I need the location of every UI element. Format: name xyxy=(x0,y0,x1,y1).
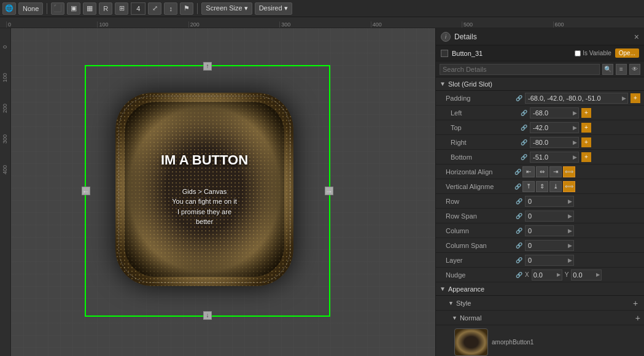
details-close-button[interactable]: × xyxy=(634,32,639,42)
row-link-icon[interactable]: 🔗 xyxy=(516,198,522,204)
column-span-link-icon[interactable]: 🔗 xyxy=(516,242,522,249)
round-square-icon-btn[interactable]: ▣ xyxy=(67,2,80,15)
right-link-icon[interactable]: 🔗 xyxy=(521,139,527,145)
nudge-row: Nudge 🔗 X 0.0 ▶ Y 0.0 ▶ xyxy=(436,268,644,282)
h-align-center-btn[interactable]: ⇔ xyxy=(536,166,548,177)
ruler-v-mark-100: 100 xyxy=(0,62,10,93)
v-align-center-btn[interactable]: ⇕ xyxy=(536,181,548,192)
row-value[interactable]: 0 ▶ xyxy=(525,196,574,207)
grid-icon-btn[interactable]: ▦ xyxy=(83,2,96,15)
button-graphic[interactable]: IM A BUTTON Gids > CanvasYou can fight m… xyxy=(115,93,293,286)
row-label: Row xyxy=(446,198,513,205)
appearance-section-title: Appearance xyxy=(448,285,484,293)
expand-icon-btn[interactable]: ⤢ xyxy=(148,2,161,15)
row-arrow-icon: ▶ xyxy=(568,198,572,204)
normal-arrow-icon: ▼ xyxy=(452,315,457,321)
handle-left[interactable]: ← xyxy=(82,187,90,195)
right-add-icon[interactable]: + xyxy=(581,137,591,147)
nudge-x-arrow-icon: ▶ xyxy=(557,272,561,277)
r-icon-btn[interactable]: R xyxy=(99,2,112,15)
appearance-section-header[interactable]: ▼ Appearance xyxy=(436,282,644,296)
handle-bottom[interactable]: ↓ xyxy=(203,311,212,320)
is-variable-checkbox[interactable] xyxy=(575,50,581,56)
v-align-link-icon[interactable]: 🔗 xyxy=(514,184,521,190)
ruler-horizontal: 0 100 200 300 400 500 600 xyxy=(0,17,644,28)
screen-size-btn[interactable]: Screen Size ▾ xyxy=(201,2,252,15)
panel-content[interactable]: ▼ Slot (Grid Slot) Padding 🔗 -68.0, -42.… xyxy=(436,77,644,356)
h-align-link-icon[interactable]: 🔗 xyxy=(514,169,521,175)
column-span-value[interactable]: 0 ▶ xyxy=(525,240,574,251)
column-value[interactable]: 0 ▶ xyxy=(525,225,574,236)
top-value[interactable]: -42.0 ▶ xyxy=(530,122,579,133)
left-link-icon[interactable]: 🔗 xyxy=(521,110,527,116)
padding-link-icon[interactable]: 🔗 xyxy=(516,95,522,101)
search-input[interactable] xyxy=(440,64,600,75)
nudge-x-value[interactable]: 0.0 ▶ xyxy=(532,269,562,281)
ruler-v-mark-0: 0 xyxy=(0,31,10,62)
v-align-top-btn[interactable]: ⤒ xyxy=(522,181,535,192)
dots-icon-btn[interactable]: ⊞ xyxy=(115,2,128,15)
style-sub-row[interactable]: ▼ Style + xyxy=(436,296,644,311)
top-row: Top 🔗 -42.0 ▶ + xyxy=(436,120,644,135)
padding-row: Padding 🔗 -68.0, -42.0, -80.0, -51.0 ▶ + xyxy=(436,91,644,106)
ruler-mark-500: 500 xyxy=(462,21,553,28)
top-label: Top xyxy=(451,124,518,131)
ruler-vertical: 0 100 200 300 400 xyxy=(0,28,11,356)
list-view-btn[interactable]: ≡ xyxy=(616,64,627,75)
v-align-bottom-btn[interactable]: ⤓ xyxy=(549,181,562,192)
left-add-icon[interactable]: + xyxy=(581,108,591,118)
bottom-value[interactable]: -51.0 ▶ xyxy=(530,152,579,163)
layer-link-icon[interactable]: 🔗 xyxy=(516,257,522,263)
h-align-fill-btn[interactable]: ⟺ xyxy=(563,166,575,177)
eye-icon-btn[interactable]: 👁 xyxy=(629,64,640,75)
canvas-button-wrapper[interactable]: ↑ ↓ ← → IM A BUTTON Gids > CanvasYou can… xyxy=(85,65,330,317)
nudge-y-arrow-icon: ▶ xyxy=(596,272,600,277)
v-align-fill-btn[interactable]: ⟺ xyxy=(563,181,575,192)
search-row: 🔍 ≡ 👁 xyxy=(436,61,644,77)
slot-section-header[interactable]: ▼ Slot (Grid Slot) xyxy=(436,77,644,91)
nudge-y-value[interactable]: 0.0 ▶ xyxy=(571,269,602,281)
padding-add-icon[interactable]: + xyxy=(630,93,640,103)
bottom-add-icon[interactable]: + xyxy=(581,152,591,162)
style-add-btn[interactable]: + xyxy=(630,298,640,308)
column-link-icon[interactable]: 🔗 xyxy=(516,228,522,234)
top-link-icon[interactable]: 🔗 xyxy=(521,125,527,131)
bottom-link-icon[interactable]: 🔗 xyxy=(521,154,527,160)
h-align-right-btn[interactable]: ⇥ xyxy=(549,166,562,177)
left-value[interactable]: -68.0 ▶ xyxy=(530,107,579,118)
padding-arrow-icon: ▶ xyxy=(622,95,626,101)
column-arrow-icon: ▶ xyxy=(568,228,572,234)
ruler-mark-600: 600 xyxy=(553,21,644,28)
padding-value[interactable]: -68.0, -42.0, -80.0, -51.0 ▶ xyxy=(525,93,628,104)
square-icon-btn[interactable]: ⬛ xyxy=(51,2,64,15)
nudge-x-label: X xyxy=(525,271,529,278)
bottom-label: Bottom xyxy=(451,153,518,161)
layer-row: Layer 🔗 0 ▶ xyxy=(436,253,644,268)
arrow-icon-btn[interactable]: ↕ xyxy=(164,2,177,15)
row-span-link-icon[interactable]: 🔗 xyxy=(516,213,522,219)
right-label: Right xyxy=(451,139,518,146)
desired-btn[interactable]: Desired ▾ xyxy=(255,2,292,15)
layer-value[interactable]: 0 ▶ xyxy=(525,255,574,266)
handle-top[interactable]: ↑ xyxy=(203,62,212,71)
right-value[interactable]: -80.0 ▶ xyxy=(530,137,579,148)
h-align-left-btn[interactable]: ⇤ xyxy=(522,166,535,177)
normal-row[interactable]: ▼ Normal + xyxy=(436,311,644,325)
search-icon-btn[interactable]: 🔍 xyxy=(602,64,613,75)
component-checkbox[interactable] xyxy=(441,50,448,57)
open-button[interactable]: Ope... xyxy=(615,48,639,58)
globe-icon-btn[interactable]: 🌐 xyxy=(2,2,16,15)
thumb-image[interactable] xyxy=(454,328,488,356)
normal-add-btn[interactable]: + xyxy=(635,313,640,323)
column-span-label: Column Span xyxy=(446,242,513,249)
top-add-icon[interactable]: + xyxy=(581,123,591,133)
details-header: i Details × xyxy=(436,28,644,45)
nudge-link-icon[interactable]: 🔗 xyxy=(516,272,522,278)
none-button[interactable]: None xyxy=(18,2,43,15)
handle-right[interactable]: → xyxy=(325,187,333,195)
nudge-label: Nudge xyxy=(446,271,513,279)
canvas[interactable]: ↑ ↓ ← → IM A BUTTON Gids > CanvasYou can… xyxy=(11,28,435,356)
row-span-value[interactable]: 0 ▶ xyxy=(525,211,574,222)
ruler-mark-0: 0 xyxy=(6,21,97,28)
flag-icon-btn[interactable]: ⚑ xyxy=(180,2,193,15)
